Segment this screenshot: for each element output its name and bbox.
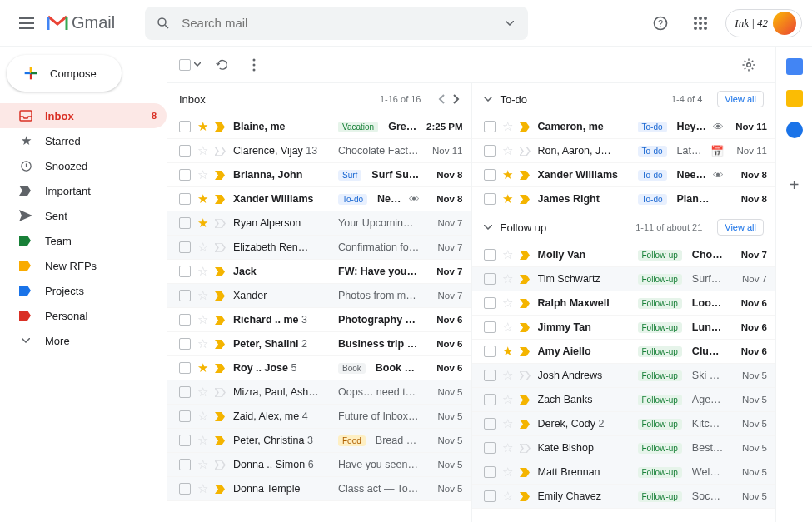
star-icon[interactable]: ☆ — [502, 465, 513, 480]
important-icon[interactable] — [520, 395, 531, 405]
important-icon[interactable] — [215, 460, 227, 470]
important-icon[interactable] — [520, 195, 531, 204]
mail-row[interactable]: ☆ Josh Andrews Follow-up Ski se… Nov 5 — [472, 364, 776, 388]
mail-row[interactable]: ☆ Matt Brennan Follow-up Welco… Nov 5 — [472, 460, 776, 485]
star-icon[interactable]: ☆ — [197, 433, 208, 448]
mail-row[interactable]: ★ Ryan Alperson Your Upcoming R… Nov 7 — [167, 211, 471, 236]
important-icon[interactable] — [520, 323, 531, 332]
important-icon[interactable] — [215, 243, 227, 252]
row-checkbox[interactable] — [179, 314, 191, 326]
star-icon[interactable]: ★ — [197, 216, 208, 231]
row-checkbox[interactable] — [179, 362, 191, 374]
important-icon[interactable] — [520, 371, 531, 380]
important-icon[interactable] — [520, 299, 531, 308]
refresh-button[interactable] — [212, 50, 232, 80]
mail-row[interactable]: ☆ Ron, Aaron, J… To-do Late… 📅 Nov 11 — [472, 139, 776, 163]
mail-row[interactable]: ☆ Zach Banks Follow-up Agend… Nov 5 — [472, 388, 776, 412]
chevron-down-icon[interactable] — [484, 97, 492, 102]
row-checkbox[interactable] — [484, 273, 496, 285]
important-icon[interactable] — [520, 171, 531, 180]
important-icon[interactable] — [215, 316, 227, 325]
add-addon[interactable]: + — [790, 176, 800, 195]
row-checkbox[interactable] — [484, 442, 496, 454]
star-icon[interactable]: ☆ — [197, 143, 208, 158]
mail-row[interactable]: ★ Amy Aiello Follow-up Club… Nov 6 — [472, 340, 776, 364]
keep-addon[interactable] — [786, 90, 803, 107]
star-icon[interactable]: ☆ — [197, 167, 208, 182]
inbox-prev[interactable] — [438, 94, 445, 104]
star-icon[interactable]: ☆ — [197, 336, 208, 351]
row-checkbox[interactable] — [179, 483, 191, 495]
star-icon[interactable]: ☆ — [502, 392, 513, 407]
mail-row[interactable]: ☆ Jimmy Tan Follow-up Lunch… Nov 6 — [472, 316, 776, 340]
star-icon[interactable]: ☆ — [197, 264, 208, 279]
tasks-addon[interactable] — [786, 122, 803, 138]
mail-row[interactable]: ☆ Richard .. me 3 Photography clas… Nov … — [167, 308, 471, 332]
star-icon[interactable]: ☆ — [502, 320, 513, 335]
star-icon[interactable]: ☆ — [197, 481, 208, 496]
select-dropdown-icon[interactable] — [194, 62, 201, 67]
mail-row[interactable]: ★ Blaine, me Vacation Greece… 2:25 PM — [167, 115, 471, 139]
row-checkbox[interactable] — [484, 121, 496, 132]
row-checkbox[interactable] — [179, 193, 191, 205]
important-icon[interactable] — [520, 444, 531, 453]
star-icon[interactable]: ☆ — [197, 288, 208, 303]
important-icon[interactable] — [215, 267, 227, 276]
important-icon[interactable] — [215, 388, 227, 397]
mail-row[interactable]: ☆ Kate Bishop Follow-up Best… Nov 5 — [472, 436, 776, 460]
nav-important[interactable]: Important — [0, 178, 167, 203]
important-icon[interactable] — [215, 340, 227, 349]
star-icon[interactable]: ☆ — [197, 409, 208, 424]
mail-row[interactable]: ☆ Elizabeth Ren… Confirmation for… Nov 7 — [167, 236, 471, 260]
row-checkbox[interactable] — [179, 121, 191, 132]
account-switcher[interactable]: Ink | 42 — [725, 9, 802, 37]
row-checkbox[interactable] — [179, 169, 191, 181]
mail-row[interactable]: ★ Xander Williams To-do Need… 👁 Nov 8 — [472, 163, 776, 187]
star-icon[interactable]: ☆ — [502, 489, 513, 504]
row-checkbox[interactable] — [484, 193, 496, 205]
mail-row[interactable]: ☆ Clarence, Vijay 13 Chocolate Factor… N… — [167, 139, 471, 163]
mail-row[interactable]: ☆ Peter, Christina 3 Food Bread and… Nov… — [167, 429, 471, 453]
row-checkbox[interactable] — [179, 217, 191, 229]
star-icon[interactable]: ★ — [197, 119, 208, 134]
mail-row[interactable]: ☆ Ralph Maxwell Follow-up Looki… Nov 6 — [472, 291, 776, 316]
row-checkbox[interactable] — [484, 418, 496, 430]
mail-row[interactable]: ☆ Emily Chavez Follow-up Socce… Nov 5 — [472, 485, 776, 509]
star-icon[interactable]: ☆ — [197, 457, 208, 472]
row-checkbox[interactable] — [179, 241, 191, 253]
row-checkbox[interactable] — [179, 338, 191, 350]
star-icon[interactable]: ☆ — [197, 385, 208, 400]
compose-button[interactable]: Compose — [7, 55, 122, 92]
mail-row[interactable]: ☆ Brianna, John Surf Surf Sunda… Nov 8 — [167, 163, 471, 187]
important-icon[interactable] — [520, 468, 531, 477]
star-icon[interactable]: ☆ — [502, 247, 513, 262]
important-icon[interactable] — [520, 492, 531, 501]
row-checkbox[interactable] — [179, 145, 191, 157]
mail-row[interactable]: ☆ Cameron, me To-do Hey t… 👁 Nov 11 — [472, 115, 776, 139]
nav-projects[interactable]: Projects — [0, 278, 167, 303]
important-icon[interactable] — [215, 219, 227, 228]
star-icon[interactable]: ☆ — [502, 143, 513, 158]
chevron-down-icon[interactable] — [484, 225, 492, 230]
important-icon[interactable] — [215, 485, 227, 494]
nav-snoozed[interactable]: Snoozed — [0, 153, 167, 178]
nav-starred[interactable]: ★Starred — [0, 128, 167, 153]
row-checkbox[interactable] — [484, 249, 496, 261]
followup-viewall[interactable]: View all — [717, 219, 764, 236]
settings-button[interactable] — [734, 50, 764, 80]
important-icon[interactable] — [215, 171, 227, 180]
star-icon[interactable]: ☆ — [197, 240, 208, 255]
more-button[interactable] — [244, 50, 264, 80]
row-checkbox[interactable] — [179, 266, 191, 277]
search-input[interactable] — [175, 16, 498, 30]
important-icon[interactable] — [215, 122, 227, 132]
important-icon[interactable] — [215, 195, 227, 204]
star-icon[interactable]: ★ — [502, 167, 513, 182]
row-checkbox[interactable] — [484, 394, 496, 405]
mail-row[interactable]: ☆ Donna .. Simon 6 Have you seen th… Nov… — [167, 453, 471, 477]
important-icon[interactable] — [215, 147, 227, 156]
row-checkbox[interactable] — [484, 321, 496, 333]
menu-button[interactable] — [10, 7, 43, 40]
mail-row[interactable]: ☆ Donna Temple Class act — Tom… Nov 5 — [167, 477, 471, 501]
search-dropdown-icon[interactable] — [498, 8, 521, 38]
